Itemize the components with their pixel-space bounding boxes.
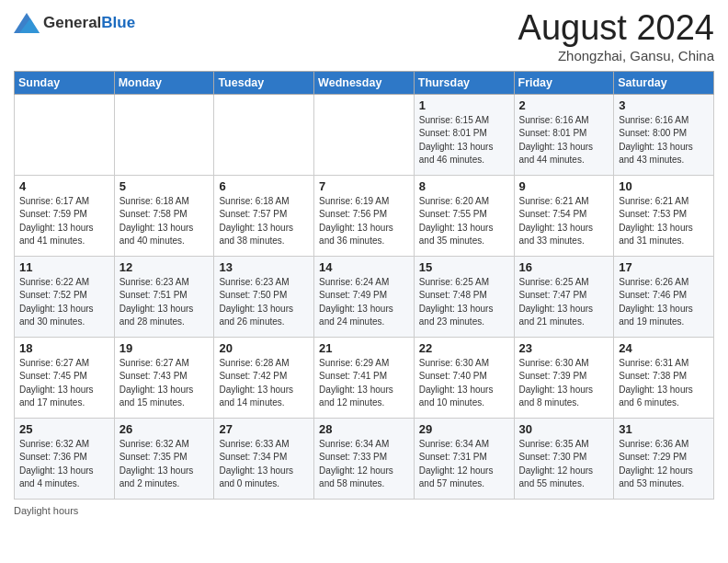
calendar-cell: 12Sunrise: 6:23 AM Sunset: 7:51 PM Dayli…: [114, 256, 214, 337]
day-info: Sunrise: 6:24 AM Sunset: 7:49 PM Dayligh…: [319, 276, 409, 329]
calendar-cell: [15, 94, 115, 175]
calendar-cell: 28Sunrise: 6:34 AM Sunset: 7:33 PM Dayli…: [314, 418, 415, 499]
week-row-4: 18Sunrise: 6:27 AM Sunset: 7:45 PM Dayli…: [15, 337, 714, 418]
calendar-cell: 15Sunrise: 6:25 AM Sunset: 7:48 PM Dayli…: [414, 256, 514, 337]
day-number: 3: [619, 98, 709, 112]
day-info: Sunrise: 6:28 AM Sunset: 7:42 PM Dayligh…: [219, 357, 309, 410]
day-number: 31: [619, 422, 709, 436]
calendar-cell: 13Sunrise: 6:23 AM Sunset: 7:50 PM Dayli…: [214, 256, 314, 337]
calendar-cell: 6Sunrise: 6:18 AM Sunset: 7:57 PM Daylig…: [214, 175, 314, 256]
day-info: Sunrise: 6:36 AM Sunset: 7:29 PM Dayligh…: [619, 438, 709, 491]
day-number: 2: [519, 98, 609, 112]
day-number: 4: [19, 179, 109, 193]
day-info: Sunrise: 6:34 AM Sunset: 7:31 PM Dayligh…: [419, 438, 509, 491]
day-number: 28: [319, 422, 409, 436]
day-number: 13: [219, 260, 309, 274]
day-number: 6: [219, 179, 309, 193]
day-info: Sunrise: 6:27 AM Sunset: 7:43 PM Dayligh…: [119, 357, 210, 410]
day-number: 20: [219, 341, 309, 355]
location: Zhongzhai, Gansu, China: [518, 48, 714, 63]
day-number: 16: [519, 260, 609, 274]
calendar-cell: 26Sunrise: 6:32 AM Sunset: 7:35 PM Dayli…: [114, 418, 214, 499]
calendar-cell: 9Sunrise: 6:21 AM Sunset: 7:54 PM Daylig…: [514, 175, 614, 256]
calendar-cell: [214, 94, 314, 175]
day-number: 23: [519, 341, 609, 355]
calendar-cell: 1Sunrise: 6:15 AM Sunset: 8:01 PM Daylig…: [414, 94, 514, 175]
calendar-cell: 3Sunrise: 6:16 AM Sunset: 8:00 PM Daylig…: [614, 94, 714, 175]
calendar-cell: 23Sunrise: 6:30 AM Sunset: 7:39 PM Dayli…: [514, 337, 614, 418]
week-row-1: 1Sunrise: 6:15 AM Sunset: 8:01 PM Daylig…: [15, 94, 714, 175]
day-info: Sunrise: 6:35 AM Sunset: 7:30 PM Dayligh…: [519, 438, 609, 491]
day-info: Sunrise: 6:32 AM Sunset: 7:35 PM Dayligh…: [119, 438, 210, 491]
footer-note: Daylight hours: [14, 505, 714, 516]
calendar-cell: 29Sunrise: 6:34 AM Sunset: 7:31 PM Dayli…: [414, 418, 514, 499]
day-info: Sunrise: 6:23 AM Sunset: 7:51 PM Dayligh…: [119, 276, 210, 329]
day-number: 14: [319, 260, 409, 274]
day-number: 12: [119, 260, 210, 274]
day-info: Sunrise: 6:25 AM Sunset: 7:47 PM Dayligh…: [519, 276, 609, 329]
day-info: Sunrise: 6:29 AM Sunset: 7:41 PM Dayligh…: [319, 357, 409, 410]
calendar-cell: 11Sunrise: 6:22 AM Sunset: 7:52 PM Dayli…: [15, 256, 115, 337]
logo-blue: Blue: [101, 14, 135, 31]
day-info: Sunrise: 6:16 AM Sunset: 8:01 PM Dayligh…: [519, 114, 609, 167]
col-header-tuesday: Tuesday: [214, 71, 314, 94]
day-info: Sunrise: 6:17 AM Sunset: 7:59 PM Dayligh…: [19, 195, 109, 248]
week-row-5: 25Sunrise: 6:32 AM Sunset: 7:36 PM Dayli…: [15, 418, 714, 499]
calendar-cell: 7Sunrise: 6:19 AM Sunset: 7:56 PM Daylig…: [314, 175, 415, 256]
header-row: SundayMondayTuesdayWednesdayThursdayFrid…: [15, 71, 714, 94]
day-info: Sunrise: 6:27 AM Sunset: 7:45 PM Dayligh…: [19, 357, 109, 410]
calendar-cell: 24Sunrise: 6:31 AM Sunset: 7:38 PM Dayli…: [614, 337, 714, 418]
calendar-cell: 4Sunrise: 6:17 AM Sunset: 7:59 PM Daylig…: [15, 175, 115, 256]
day-number: 21: [319, 341, 409, 355]
week-row-3: 11Sunrise: 6:22 AM Sunset: 7:52 PM Dayli…: [15, 256, 714, 337]
day-info: Sunrise: 6:31 AM Sunset: 7:38 PM Dayligh…: [619, 357, 709, 410]
calendar-cell: 18Sunrise: 6:27 AM Sunset: 7:45 PM Dayli…: [15, 337, 115, 418]
day-info: Sunrise: 6:18 AM Sunset: 7:57 PM Dayligh…: [219, 195, 309, 248]
day-number: 25: [19, 422, 109, 436]
calendar-table: SundayMondayTuesdayWednesdayThursdayFrid…: [14, 71, 714, 500]
title-area: August 2024 Zhongzhai, Gansu, China: [518, 9, 714, 63]
calendar-cell: 5Sunrise: 6:18 AM Sunset: 7:58 PM Daylig…: [114, 175, 214, 256]
week-row-2: 4Sunrise: 6:17 AM Sunset: 7:59 PM Daylig…: [15, 175, 714, 256]
day-number: 15: [419, 260, 509, 274]
month-year: August 2024: [518, 9, 714, 48]
col-header-saturday: Saturday: [614, 71, 714, 94]
day-info: Sunrise: 6:32 AM Sunset: 7:36 PM Dayligh…: [19, 438, 109, 491]
header: GeneralBlue August 2024 Zhongzhai, Gansu…: [14, 9, 714, 63]
day-number: 7: [319, 179, 409, 193]
day-info: Sunrise: 6:20 AM Sunset: 7:55 PM Dayligh…: [419, 195, 509, 248]
day-info: Sunrise: 6:34 AM Sunset: 7:33 PM Dayligh…: [319, 438, 409, 491]
calendar-cell: 8Sunrise: 6:20 AM Sunset: 7:55 PM Daylig…: [414, 175, 514, 256]
day-number: 30: [519, 422, 609, 436]
col-header-sunday: Sunday: [15, 71, 115, 94]
col-header-friday: Friday: [514, 71, 614, 94]
day-info: Sunrise: 6:22 AM Sunset: 7:52 PM Dayligh…: [19, 276, 109, 329]
day-info: Sunrise: 6:21 AM Sunset: 7:54 PM Dayligh…: [519, 195, 609, 248]
day-info: Sunrise: 6:26 AM Sunset: 7:46 PM Dayligh…: [619, 276, 709, 329]
calendar-cell: 14Sunrise: 6:24 AM Sunset: 7:49 PM Dayli…: [314, 256, 415, 337]
day-number: 17: [619, 260, 709, 274]
day-number: 24: [619, 341, 709, 355]
day-info: Sunrise: 6:15 AM Sunset: 8:01 PM Dayligh…: [419, 114, 509, 167]
daylight-hours-label: Daylight hours: [14, 505, 78, 516]
calendar-cell: 20Sunrise: 6:28 AM Sunset: 7:42 PM Dayli…: [214, 337, 314, 418]
day-info: Sunrise: 6:16 AM Sunset: 8:00 PM Dayligh…: [619, 114, 709, 167]
calendar-cell: 22Sunrise: 6:30 AM Sunset: 7:40 PM Dayli…: [414, 337, 514, 418]
day-number: 27: [219, 422, 309, 436]
day-number: 1: [419, 98, 509, 112]
calendar-cell: 19Sunrise: 6:27 AM Sunset: 7:43 PM Dayli…: [114, 337, 214, 418]
day-info: Sunrise: 6:21 AM Sunset: 7:53 PM Dayligh…: [619, 195, 709, 248]
logo: GeneralBlue: [14, 9, 135, 33]
day-info: Sunrise: 6:18 AM Sunset: 7:58 PM Dayligh…: [119, 195, 210, 248]
day-number: 19: [119, 341, 210, 355]
calendar-cell: [114, 94, 214, 175]
day-number: 22: [419, 341, 509, 355]
day-info: Sunrise: 6:23 AM Sunset: 7:50 PM Dayligh…: [219, 276, 309, 329]
col-header-wednesday: Wednesday: [314, 71, 415, 94]
calendar-header: SundayMondayTuesdayWednesdayThursdayFrid…: [15, 71, 714, 94]
calendar-cell: 31Sunrise: 6:36 AM Sunset: 7:29 PM Dayli…: [614, 418, 714, 499]
day-info: Sunrise: 6:30 AM Sunset: 7:40 PM Dayligh…: [419, 357, 509, 410]
calendar-cell: 16Sunrise: 6:25 AM Sunset: 7:47 PM Dayli…: [514, 256, 614, 337]
calendar-cell: 17Sunrise: 6:26 AM Sunset: 7:46 PM Dayli…: [614, 256, 714, 337]
col-header-monday: Monday: [114, 71, 214, 94]
